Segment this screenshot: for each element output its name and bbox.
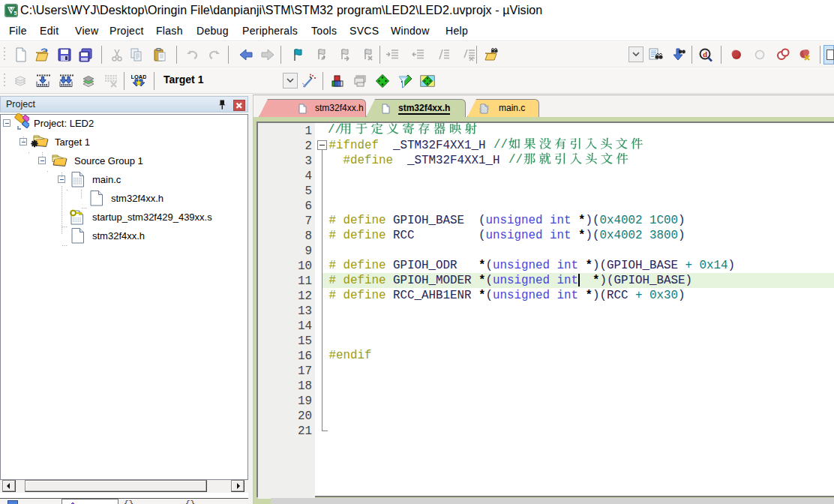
svg-text:d: d [703,50,707,58]
svg-text:5: 5 [14,10,17,16]
svg-text:LOAD: LOAD [131,74,146,80]
